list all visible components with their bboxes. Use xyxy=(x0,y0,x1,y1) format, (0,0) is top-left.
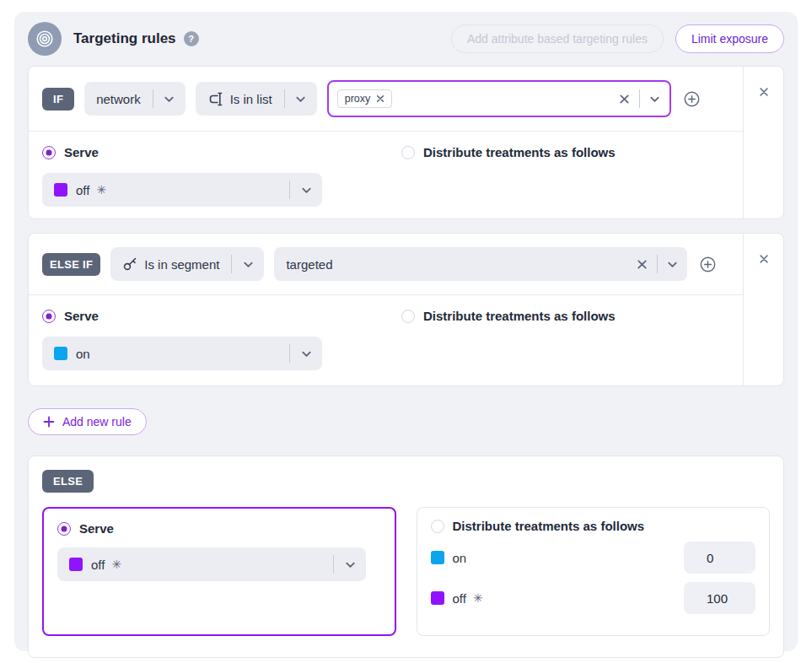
rule-main: IF network Is in list xyxy=(29,67,744,218)
serve-options-row: Serve Distribute treatments as follows xyxy=(42,145,729,159)
segment-key-icon xyxy=(122,256,137,272)
treatment-name: off xyxy=(91,558,105,572)
distribute-option[interactable]: Distribute treatments as follows xyxy=(401,309,616,323)
treatment-name: on xyxy=(76,347,90,361)
treatment-swatch xyxy=(69,558,83,571)
plus-icon xyxy=(43,416,55,428)
matcher-select[interactable]: Is in list xyxy=(196,82,317,116)
treatment-swatch xyxy=(431,591,444,605)
header-actions: Add attribute based targeting rules Limi… xyxy=(451,24,784,53)
treatment-swatch xyxy=(431,551,444,564)
serve-radio[interactable] xyxy=(42,146,56,159)
delete-rule-icon[interactable] xyxy=(756,251,772,267)
distribute-radio[interactable] xyxy=(401,146,415,159)
rule-main: ELSE IF Is in segment targe xyxy=(29,234,744,385)
chevron-down-icon[interactable] xyxy=(232,258,264,271)
default-treatment-marker: ✳ xyxy=(111,558,121,571)
default-rule-card: ELSE Serve off ✳ xyxy=(28,455,784,658)
treatment-select[interactable]: off ✳ xyxy=(42,173,322,207)
treatment-select-controls xyxy=(277,181,322,199)
segment-value: targeted xyxy=(286,257,332,272)
distribute-option[interactable]: Distribute treatments as follows xyxy=(431,519,756,533)
limit-exposure-button[interactable]: Limit exposure xyxy=(675,24,784,53)
serve-label: Serve xyxy=(64,145,99,159)
rule-aside xyxy=(744,234,783,385)
rule-card-else-if: ELSE IF Is in segment targe xyxy=(28,233,784,386)
chevron-down-icon[interactable] xyxy=(334,558,366,571)
treatment-name: off xyxy=(453,591,466,606)
serve-option[interactable]: Serve xyxy=(42,309,401,323)
chevron-down-icon[interactable] xyxy=(290,184,322,197)
segment-value-field[interactable]: targeted xyxy=(274,247,687,281)
distribute-radio[interactable] xyxy=(401,310,415,323)
serve-label: Serve xyxy=(79,521,114,536)
serve-radio[interactable] xyxy=(57,522,71,536)
default-treatment-marker: ✳ xyxy=(96,183,106,197)
add-attribute-rules-button: Add attribute based targeting rules xyxy=(451,24,664,53)
clear-values-icon[interactable] xyxy=(616,91,632,107)
distribute-label: Distribute treatments as follows xyxy=(423,145,616,159)
condition-row: ELSE IF Is in segment targe xyxy=(29,234,743,295)
add-new-rule-button[interactable]: Add new rule xyxy=(28,408,147,435)
percent-input[interactable] xyxy=(684,582,756,614)
value-box-controls xyxy=(616,89,663,108)
add-condition-icon[interactable] xyxy=(697,254,718,275)
chevron-down-icon[interactable] xyxy=(647,91,663,107)
distribute-label: Distribute treatments as follows xyxy=(453,519,645,533)
default-distribute-box[interactable]: Distribute treatments as follows on off … xyxy=(417,507,771,636)
panel-header: Targeting rules ? Add attribute based ta… xyxy=(28,18,784,60)
treatment-swatch xyxy=(54,183,67,197)
targeting-rules-icon xyxy=(28,22,62,56)
chip-remove-icon[interactable] xyxy=(376,94,384,103)
distribution-row: on xyxy=(431,542,756,574)
matcher-values-input[interactable]: proxy xyxy=(327,80,671,117)
chevron-down-icon[interactable] xyxy=(285,93,317,105)
matcher-select-value: Is in list xyxy=(230,92,272,106)
treatment-select-controls xyxy=(321,555,366,574)
value-chip: proxy xyxy=(337,89,393,108)
serve-radio[interactable] xyxy=(42,310,56,323)
treatment-name: off xyxy=(76,183,89,197)
treatment-select[interactable]: on xyxy=(42,337,322,370)
delete-rule-icon[interactable] xyxy=(756,84,772,100)
treatment-swatch xyxy=(54,347,67,360)
help-icon[interactable]: ? xyxy=(184,31,199,46)
else-badge: ELSE xyxy=(42,470,94,493)
page-title: Targeting rules xyxy=(73,30,176,47)
add-condition-icon[interactable] xyxy=(681,89,702,110)
add-new-rule-label: Add new rule xyxy=(62,415,132,429)
targeting-rules-panel: Targeting rules ? Add attribute based ta… xyxy=(14,12,798,651)
serve-section: Serve Distribute treatments as follows o… xyxy=(29,295,743,385)
chevron-down-icon[interactable] xyxy=(664,256,680,272)
divider xyxy=(657,255,658,273)
attribute-select-value: network xyxy=(96,92,141,106)
serve-option[interactable]: Serve xyxy=(57,521,381,536)
serve-section: Serve Distribute treatments as follows o… xyxy=(29,132,743,219)
serve-label: Serve xyxy=(64,309,99,323)
treatment-select[interactable]: off ✳ xyxy=(57,547,366,581)
string-matcher-icon xyxy=(207,92,223,106)
percent-input[interactable] xyxy=(684,542,756,574)
treatment-name: on xyxy=(453,551,467,565)
distribute-radio[interactable] xyxy=(431,520,444,533)
chevron-down-icon[interactable] xyxy=(153,93,186,105)
default-treatment-marker: ✳ xyxy=(473,591,483,605)
default-serve-box[interactable]: Serve off ✳ xyxy=(42,507,396,636)
if-badge: IF xyxy=(42,88,74,110)
else-if-badge: ELSE IF xyxy=(42,253,100,276)
divider xyxy=(639,89,640,108)
treatment-select-controls xyxy=(277,344,322,363)
condition-row: IF network Is in list xyxy=(29,67,743,132)
distribution-row: off ✳ xyxy=(431,582,756,614)
default-rule-options: Serve off ✳ Distribut xyxy=(42,507,770,636)
value-box-controls xyxy=(634,255,680,273)
attribute-select[interactable]: network xyxy=(84,82,186,116)
rule-card-if: IF network Is in list xyxy=(28,66,784,219)
serve-option[interactable]: Serve xyxy=(42,145,401,159)
value-chip-label: proxy xyxy=(345,93,371,105)
chevron-down-icon[interactable] xyxy=(290,348,322,360)
distribute-option[interactable]: Distribute treatments as follows xyxy=(401,145,616,159)
matcher-select[interactable]: Is in segment xyxy=(110,247,264,281)
clear-values-icon[interactable] xyxy=(634,256,650,272)
rule-aside xyxy=(744,67,783,218)
